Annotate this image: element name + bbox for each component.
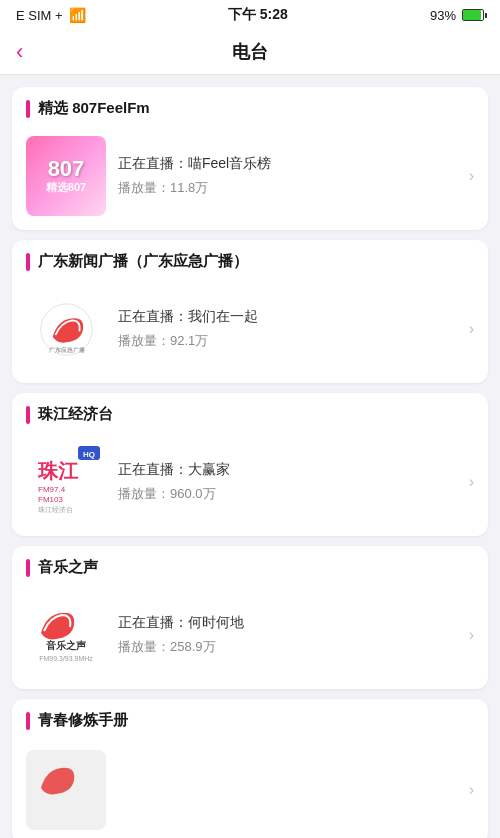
section-accent-3 (26, 406, 30, 424)
logo-gd-bg: 广东应急广播 (26, 289, 106, 369)
station-info-807: 正在直播：喵Feel音乐榜 播放量：11.8万 (118, 155, 461, 197)
logo-807-bg: 807 精选807 (26, 136, 106, 216)
station-play-807: 播放量：11.8万 (118, 179, 461, 197)
section-header-1: 精选 807FeelFm (12, 87, 488, 126)
battery-percent: 93% (430, 8, 456, 23)
section-title-1: 精选 807FeelFm (38, 99, 150, 118)
status-left: E SIM + 📶 (16, 7, 86, 23)
station-info-gd: 正在直播：我们在一起 播放量：92.1万 (118, 308, 461, 350)
svg-text:珠江经济台: 珠江经济台 (38, 506, 73, 514)
station-logo-gd: 广东应急广播 (26, 289, 106, 369)
station-logo-yyc: 音乐之声 FM99.3/93.9MHz (26, 595, 106, 675)
logo-yyc-bg: 音乐之声 FM99.3/93.9MHz (26, 595, 106, 675)
station-item-807[interactable]: 807 精选807 正在直播：喵Feel音乐榜 播放量：11.8万 › (12, 126, 488, 230)
logo-807-inner: 807 精选807 (46, 158, 86, 195)
logo-807-text: 807 (48, 158, 85, 180)
station-item-yyc[interactable]: 音乐之声 FM99.3/93.9MHz 正在直播：何时何地 播放量：258.9万… (12, 585, 488, 689)
svg-text:珠江: 珠江 (37, 460, 79, 482)
section-accent-bottom (26, 712, 30, 730)
section-title-2: 广东新闻广播（广东应急广播） (38, 252, 248, 271)
chevron-icon-gd: › (469, 320, 474, 338)
chevron-icon-zj: › (469, 473, 474, 491)
section-header-3: 珠江经济台 (12, 393, 488, 432)
section-header-2: 广东新闻广播（广东应急广播） (12, 240, 488, 279)
section-accent-2 (26, 253, 30, 271)
station-section-gd: 广东新闻广播（广东应急广播） 广东应急广播 正在直播：我们在一起 播放量：92.… (12, 240, 488, 383)
svg-text:FM103: FM103 (38, 495, 63, 504)
station-play-zj: 播放量：960.0万 (118, 485, 461, 503)
wifi-icon: 📶 (69, 7, 86, 23)
sim-label: E SIM + (16, 8, 63, 23)
station-info-zj: 正在直播：大赢家 播放量：960.0万 (118, 461, 461, 503)
station-live-gd: 正在直播：我们在一起 (118, 308, 461, 326)
bottom-logo-svg (26, 750, 106, 830)
bottom-station-info (118, 787, 461, 793)
station-live-yyc: 正在直播：何时何地 (118, 614, 461, 632)
yyc-radio-svg: 音乐之声 FM99.3/93.9MHz (26, 595, 106, 675)
station-play-yyc: 播放量：258.9万 (118, 638, 461, 656)
station-item-zj[interactable]: HQ 珠江 FM97.4 FM103 珠江经济台 正在直播：大赢家 播放量：96… (12, 432, 488, 536)
zj-radio-svg: HQ 珠江 FM97.4 FM103 珠江经济台 (26, 442, 106, 522)
content-area: 精选 807FeelFm 807 精选807 正在直播：喵Feel音乐榜 播放量… (0, 75, 500, 838)
section-accent (26, 100, 30, 118)
bottom-logo (26, 750, 106, 830)
station-section-yyc: 音乐之声 音乐之声 FM99.3/93.9MHz 正在直播：何时何地 播放量：2… (12, 546, 488, 689)
station-info-yyc: 正在直播：何时何地 播放量：258.9万 (118, 614, 461, 656)
logo-zj-bg: HQ 珠江 FM97.4 FM103 珠江经济台 (26, 442, 106, 522)
svg-text:FM97.4: FM97.4 (38, 485, 66, 494)
bottom-section-header: 青春修炼手册 (12, 699, 488, 740)
gd-radio-svg: 广东应急广播 (39, 302, 94, 357)
station-live-807: 正在直播：喵Feel音乐榜 (118, 155, 461, 173)
back-button[interactable]: ‹ (16, 41, 23, 63)
nav-bar: ‹ 电台 (0, 30, 500, 75)
station-logo-807: 807 精选807 (26, 136, 106, 216)
chevron-icon-bottom: › (469, 781, 474, 799)
svg-text:FM99.3/93.9MHz: FM99.3/93.9MHz (39, 655, 93, 662)
station-logo-zj: HQ 珠江 FM97.4 FM103 珠江经济台 (26, 442, 106, 522)
status-time: 下午 5:28 (228, 6, 288, 24)
bottom-item[interactable]: › (12, 740, 488, 838)
section-title-3: 珠江经济台 (38, 405, 113, 424)
logo-807-sub: 精选807 (46, 180, 86, 195)
chevron-icon-yyc: › (469, 626, 474, 644)
svg-text:HQ: HQ (83, 450, 95, 459)
svg-text:广东应急广播: 广东应急广播 (48, 345, 84, 352)
section-accent-4 (26, 559, 30, 577)
section-title-4: 音乐之声 (38, 558, 98, 577)
section-header-4: 音乐之声 (12, 546, 488, 585)
bottom-section: 青春修炼手册 › (12, 699, 488, 838)
station-play-gd: 播放量：92.1万 (118, 332, 461, 350)
status-bar: E SIM + 📶 下午 5:28 93% (0, 0, 500, 30)
battery-icon (462, 9, 484, 21)
svg-text:音乐之声: 音乐之声 (46, 640, 87, 651)
station-live-zj: 正在直播：大赢家 (118, 461, 461, 479)
station-section-zj: 珠江经济台 HQ 珠江 FM97.4 FM103 珠江经济台 (12, 393, 488, 536)
station-section-807: 精选 807FeelFm 807 精选807 正在直播：喵Feel音乐榜 播放量… (12, 87, 488, 230)
chevron-icon-807: › (469, 167, 474, 185)
status-right: 93% (430, 8, 484, 23)
bottom-section-title: 青春修炼手册 (38, 711, 128, 730)
station-item-gd[interactable]: 广东应急广播 正在直播：我们在一起 播放量：92.1万 › (12, 279, 488, 383)
page-title: 电台 (232, 40, 268, 64)
